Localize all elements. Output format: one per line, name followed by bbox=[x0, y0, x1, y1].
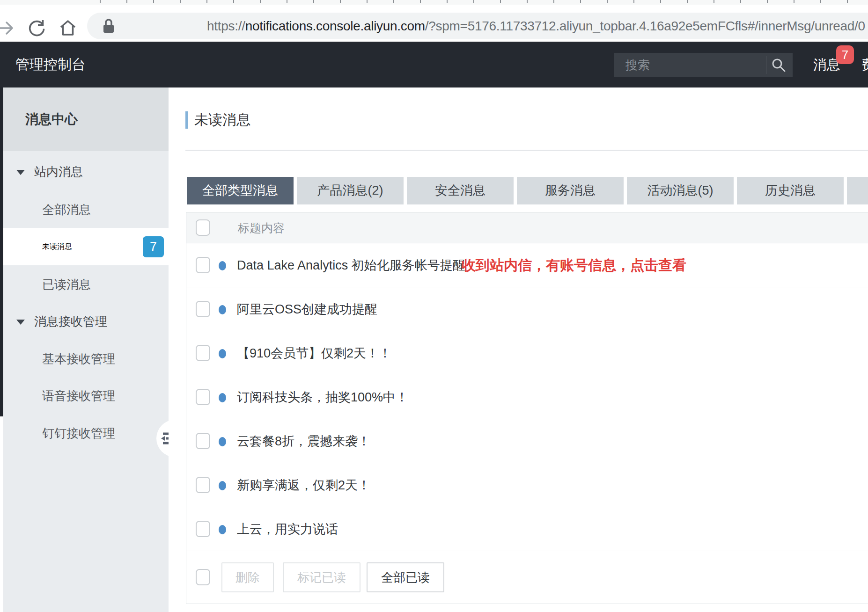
table-footer-actions: 删除 标记已读 全部已读 bbox=[186, 551, 868, 604]
table-row: 上云，用实力说话 bbox=[186, 507, 868, 551]
unread-dot-icon bbox=[219, 481, 226, 490]
tab-product-messages[interactable]: 产品消息(2) bbox=[297, 177, 404, 204]
message-title-link[interactable]: 新购享满返，仅剩2天！ bbox=[237, 463, 370, 507]
table-header-row: 标题内容 bbox=[186, 212, 868, 243]
sidebar-item-voice-receive-management[interactable]: 语音接收管理 bbox=[3, 382, 169, 410]
url-bar[interactable]: https://notifications.console.aliyun.com… bbox=[87, 13, 868, 39]
triangle-down-icon bbox=[16, 320, 25, 325]
title-column-header: 标题内容 bbox=[238, 212, 285, 243]
row-checkbox[interactable] bbox=[196, 433, 210, 449]
table-row: 阿里云OSS创建成功提醒 bbox=[186, 287, 868, 331]
message-type-tabs: 全部类型消息 产品消息(2) 安全消息 服务消息 活动消息(5) 历史消息 bbox=[187, 177, 868, 204]
unread-dot-icon bbox=[219, 525, 226, 534]
row-checkbox[interactable] bbox=[196, 477, 210, 493]
sidebar-item-all-messages[interactable]: 全部消息 bbox=[3, 196, 169, 224]
title-divider bbox=[185, 150, 868, 151]
topbar-fee-link-partial[interactable]: 费 bbox=[861, 42, 868, 87]
topbar-search-input[interactable]: 搜索 bbox=[614, 53, 793, 77]
unread-dot-icon bbox=[219, 261, 226, 270]
unread-dot-icon bbox=[219, 393, 226, 402]
forward-icon[interactable] bbox=[0, 19, 15, 37]
browser-tabstrip bbox=[0, 0, 868, 5]
search-icon[interactable] bbox=[771, 58, 786, 73]
home-icon[interactable] bbox=[59, 19, 77, 37]
main-content: 未读消息 全部类型消息 产品消息(2) 安全消息 服务消息 活动消息(5) 历史… bbox=[169, 87, 868, 612]
tab-service-messages[interactable]: 服务消息 bbox=[517, 177, 624, 204]
footer-checkbox[interactable] bbox=[196, 569, 210, 585]
search-divider bbox=[766, 56, 766, 74]
unread-dot-icon bbox=[219, 437, 226, 446]
title-accent-bar bbox=[185, 111, 188, 129]
select-all-checkbox[interactable] bbox=[196, 219, 210, 236]
annotation-text: 收到站内信，有账号信息，点击查看 bbox=[462, 243, 686, 287]
tab-activity-messages[interactable]: 活动消息(5) bbox=[627, 177, 734, 204]
sidebar-item-dingtalk-receive-management[interactable]: 钉钉接收管理 bbox=[3, 419, 169, 447]
tab-history-messages[interactable]: 历史消息 bbox=[737, 177, 844, 204]
unread-dot-icon bbox=[219, 305, 226, 314]
tab-security-messages[interactable]: 安全消息 bbox=[407, 177, 514, 204]
sidebar-item-unread-messages[interactable]: 未读消息 7 bbox=[3, 228, 169, 265]
sidebar-group-message-receive-management[interactable]: 消息接收管理 bbox=[3, 307, 169, 335]
mark-all-read-button[interactable]: 全部已读 bbox=[367, 562, 444, 592]
url-host: notifications.console.aliyun.com bbox=[245, 19, 425, 33]
table-row: 新购享满返，仅剩2天！ bbox=[186, 463, 868, 507]
row-checkbox[interactable] bbox=[196, 257, 210, 273]
table-row: 【910会员节】仅剩2天！！ bbox=[186, 331, 868, 375]
row-checkbox[interactable] bbox=[196, 301, 210, 317]
screenshot-root: https://notifications.console.aliyun.com… bbox=[0, 0, 868, 612]
tab-all-type-messages[interactable]: 全部类型消息 bbox=[187, 177, 294, 204]
triangle-down-icon bbox=[16, 170, 25, 175]
reload-icon[interactable] bbox=[28, 19, 46, 37]
unread-dot-icon bbox=[219, 349, 226, 358]
search-placeholder: 搜索 bbox=[625, 53, 650, 77]
row-checkbox[interactable] bbox=[196, 345, 210, 361]
messages-table: 标题内容 Data Lake Analytics 初始化服务帐号提醒 收到站内信… bbox=[186, 212, 868, 604]
url-text: https://notifications.console.aliyun.com… bbox=[207, 13, 865, 39]
tab-partial-cutoff[interactable] bbox=[847, 177, 868, 204]
tabstrip-ticks bbox=[100, 0, 868, 3]
message-title-link[interactable]: 【910会员节】仅剩2天！！ bbox=[237, 331, 391, 375]
message-title-link[interactable]: 订阅科技头条，抽奖100%中！ bbox=[237, 375, 408, 419]
row-checkbox[interactable] bbox=[196, 521, 210, 537]
page-title: 未读消息 bbox=[194, 105, 250, 135]
table-row: 云套餐8折，震撼来袭！ bbox=[186, 419, 868, 463]
sidebar-group-in-site-messages[interactable]: 站内消息 bbox=[3, 158, 169, 186]
aliyun-topbar: 管理控制台 搜索 消息 7 费 bbox=[0, 42, 868, 87]
row-checkbox[interactable] bbox=[196, 389, 210, 405]
message-title-link[interactable]: 阿里云OSS创建成功提醒 bbox=[237, 287, 377, 331]
message-title-link[interactable]: 云套餐8折，震撼来袭！ bbox=[237, 419, 370, 463]
sidebar-item-read-messages[interactable]: 已读消息 bbox=[3, 270, 169, 299]
console-brand[interactable]: 管理控制台 bbox=[15, 42, 86, 87]
sidebar-item-basic-receive-management[interactable]: 基本接收管理 bbox=[3, 345, 169, 373]
sidebar-title: 消息中心 bbox=[3, 87, 169, 151]
unread-count-badge: 7 bbox=[143, 236, 164, 257]
url-scheme: https:// bbox=[207, 19, 245, 33]
messages-count-badge: 7 bbox=[836, 45, 854, 64]
message-title-link[interactable]: 上云，用实力说话 bbox=[237, 507, 338, 551]
collapsed-product-nav-strip bbox=[0, 87, 3, 416]
message-title-link[interactable]: Data Lake Analytics 初始化服务帐号提醒 bbox=[237, 243, 465, 287]
mark-read-button[interactable]: 标记已读 bbox=[283, 562, 360, 592]
delete-button[interactable]: 删除 bbox=[221, 562, 274, 592]
sidebar: 消息中心 站内消息 全部消息 未读消息 7 已读消息 消息接收管理 基本接收管理… bbox=[3, 87, 169, 612]
table-row: 订阅科技头条，抽奖100%中！ bbox=[186, 375, 868, 419]
table-row: Data Lake Analytics 初始化服务帐号提醒 收到站内信，有账号信… bbox=[186, 243, 868, 287]
browser-toolbar: https://notifications.console.aliyun.com… bbox=[0, 5, 868, 42]
url-path: /?spm=5176.11733712.aliyun_topbar.4.16a9… bbox=[425, 19, 865, 33]
lock-icon[interactable] bbox=[101, 18, 119, 36]
